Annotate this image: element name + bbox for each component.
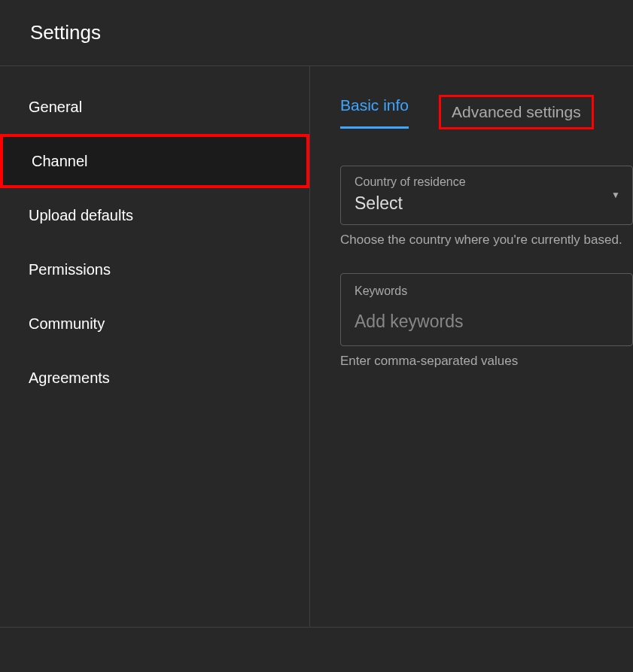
sidebar-item-label: Agreements xyxy=(29,369,110,387)
sidebar-item-agreements[interactable]: Agreements xyxy=(0,351,309,405)
settings-content: Basic info Advanced settings Country of … xyxy=(310,66,633,627)
keywords-input[interactable]: Keywords Add keywords xyxy=(340,273,633,346)
keywords-helper: Enter comma-separated values xyxy=(340,354,633,369)
sidebar-item-community[interactable]: Community xyxy=(0,296,309,351)
keywords-placeholder: Add keywords xyxy=(355,312,619,332)
sidebar-item-upload-defaults[interactable]: Upload defaults xyxy=(0,188,309,242)
settings-header: Settings xyxy=(0,0,633,66)
country-value: Select xyxy=(355,193,466,214)
sidebar-item-label: Upload defaults xyxy=(29,207,133,224)
keywords-label: Keywords xyxy=(355,284,619,298)
country-select[interactable]: Country of residence Select ▼ xyxy=(340,166,633,225)
country-helper: Choose the country where you're currentl… xyxy=(340,233,633,248)
sidebar-item-label: Channel xyxy=(32,153,88,170)
sidebar-item-label: General xyxy=(29,99,82,116)
footer-divider xyxy=(0,627,633,672)
page-title: Settings xyxy=(30,21,603,44)
sidebar-item-general[interactable]: General xyxy=(0,80,309,134)
sidebar-item-permissions[interactable]: Permissions xyxy=(0,242,309,296)
tabs-bar: Basic info Advanced settings xyxy=(340,95,633,129)
sidebar-item-channel[interactable]: Channel xyxy=(0,134,309,188)
country-label: Country of residence xyxy=(355,175,466,189)
tab-advanced-settings[interactable]: Advanced settings xyxy=(439,95,594,129)
tab-basic-info[interactable]: Basic info xyxy=(340,96,409,129)
chevron-down-icon: ▼ xyxy=(611,190,620,200)
settings-sidebar: General Channel Upload defaults Permissi… xyxy=(0,66,310,627)
sidebar-item-label: Community xyxy=(29,315,105,333)
sidebar-item-label: Permissions xyxy=(29,261,111,278)
